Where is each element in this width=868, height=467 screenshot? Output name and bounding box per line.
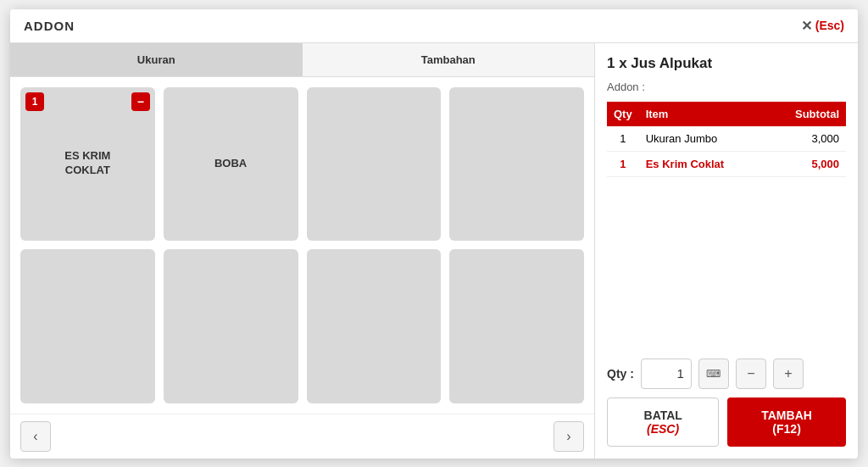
row1-subtotal: 3,000 — [766, 126, 846, 152]
close-button[interactable]: ✕ (Esc) — [801, 18, 844, 34]
table-row: 1 Ukuran Jumbo 3,000 — [607, 126, 846, 152]
row1-qty: 1 — [607, 126, 639, 152]
order-title: 1 x Jus Alpukat — [607, 55, 846, 72]
table-header-row: Qty Item Subtotal — [607, 102, 846, 126]
qty-plus-button[interactable]: + — [773, 359, 804, 389]
qty-label: Qty : — [607, 367, 634, 381]
cell-label-boba: BOBA — [214, 157, 247, 171]
cell-minus-button[interactable]: − — [131, 92, 150, 111]
col-item: Item — [639, 102, 766, 126]
plus-icon: + — [784, 366, 792, 381]
modal-body: Ukuran Tambahan 1 − ES KRIMCOKLAT BOBA — [10, 43, 858, 459]
keyboard-button[interactable]: ⌨ — [698, 359, 729, 389]
tab-ukuran[interactable]: Ukuran — [10, 43, 303, 76]
keyboard-icon: ⌨ — [706, 368, 721, 380]
grid-cell-7[interactable] — [307, 249, 442, 403]
modal-header: ADDON ✕ (Esc) — [10, 9, 858, 43]
next-button[interactable]: › — [554, 421, 584, 452]
tab-tambahan[interactable]: Tambahan — [303, 43, 595, 76]
row2-item: Es Krim Coklat — [639, 151, 766, 176]
modal-title: ADDON — [24, 19, 75, 33]
close-label: (Esc) — [815, 19, 844, 32]
row1-item: Ukuran Jumbo — [639, 126, 766, 152]
close-x-icon: ✕ — [801, 18, 812, 34]
tambah-label: TAMBAH (F12) — [761, 409, 812, 436]
action-row: BATAL (ESC) TAMBAH (F12) — [607, 398, 846, 447]
addon-grid: 1 − ES KRIMCOKLAT BOBA — [10, 77, 594, 414]
addon-section-label: Addon : — [607, 81, 846, 93]
row2-qty: 1 — [607, 151, 639, 176]
grid-nav: ‹ › — [10, 414, 594, 459]
grid-cell-8[interactable] — [449, 249, 584, 403]
addon-table: Qty Item Subtotal 1 Ukuran Jumbo 3,000 1… — [607, 102, 846, 177]
grid-cell-4[interactable] — [449, 87, 584, 242]
addon-modal: ADDON ✕ (Esc) Ukuran Tambahan 1 − ES KRI… — [10, 9, 858, 459]
cell-qty-badge: 1 — [25, 92, 44, 111]
next-icon: › — [566, 429, 570, 444]
grid-cell-es-krim-coklat[interactable]: 1 − ES KRIMCOKLAT — [20, 87, 155, 242]
minus-icon: − — [747, 366, 754, 381]
qty-input[interactable] — [641, 359, 692, 389]
right-panel: 1 x Jus Alpukat Addon : Qty Item Subtota… — [595, 43, 858, 459]
grid-cell-5[interactable] — [20, 249, 155, 403]
grid-cell-3[interactable] — [307, 87, 442, 242]
tab-bar: Ukuran Tambahan — [10, 43, 594, 77]
qty-row: Qty : ⌨ − + — [607, 359, 846, 389]
grid-cell-6[interactable] — [164, 249, 298, 403]
tambah-button[interactable]: TAMBAH (F12) — [727, 398, 846, 447]
batal-shortcut: (ESC) — [647, 422, 679, 436]
prev-button[interactable]: ‹ — [20, 421, 51, 452]
qty-minus-button[interactable]: − — [736, 359, 766, 389]
batal-label: BATAL — [644, 409, 682, 422]
cell-label-es-krim-coklat: ES KRIMCOKLAT — [64, 149, 110, 178]
grid-cell-boba[interactable]: BOBA — [164, 87, 298, 242]
prev-icon: ‹ — [33, 429, 37, 444]
batal-button[interactable]: BATAL (ESC) — [607, 398, 719, 447]
table-row: 1 Es Krim Coklat 5,000 — [607, 151, 846, 176]
col-subtotal: Subtotal — [766, 102, 846, 126]
row2-subtotal: 5,000 — [766, 151, 846, 176]
col-qty: Qty — [607, 102, 639, 126]
left-panel: Ukuran Tambahan 1 − ES KRIMCOKLAT BOBA — [10, 43, 595, 459]
